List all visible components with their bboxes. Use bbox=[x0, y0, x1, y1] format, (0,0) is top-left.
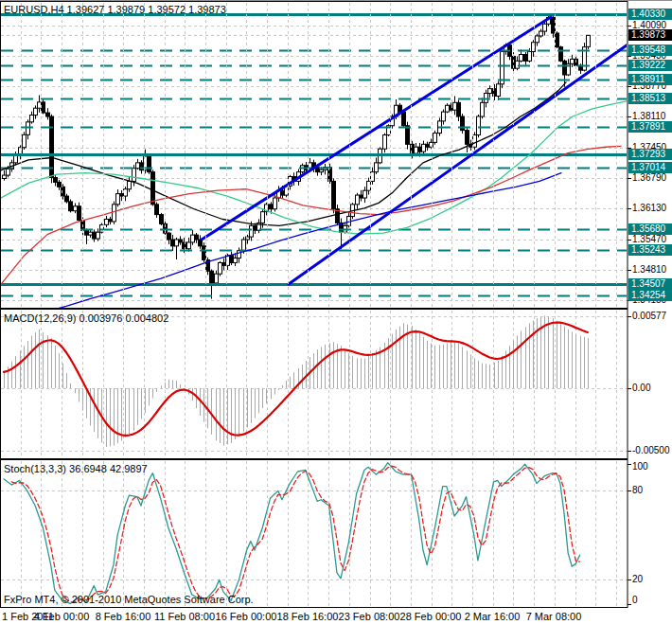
price-level-label: 1.35680 bbox=[628, 223, 672, 235]
time-axis-label: 4 Feb 00:00 bbox=[34, 611, 90, 622]
current-price-label: 1.39873 bbox=[628, 29, 672, 41]
price-level-label: 1.40330 bbox=[628, 9, 672, 20]
stoch-axis-label: 0 bbox=[632, 595, 638, 606]
stoch-axis-label: 100 bbox=[632, 461, 648, 472]
time-axis-label: 16 Feb 00:00 bbox=[216, 611, 277, 622]
time-axis-label: 28 Feb 00:00 bbox=[400, 611, 462, 622]
platform-watermark: FxPro MT4, © 2001-2010 MetaQuotes Softwa… bbox=[4, 594, 254, 605]
price-level-label: 1.37293 bbox=[628, 149, 672, 160]
chart-title: EURUSD,H4 1.39627 1.39879 1.39572 1.3987… bbox=[4, 4, 226, 15]
price-level-label: 1.34507 bbox=[628, 278, 672, 290]
stoch-indicator-label: Stoch(13,3,3) 36.6948 42.9897 bbox=[4, 463, 148, 474]
price-level-label: 1.34254 bbox=[628, 290, 672, 301]
macd-indicator-label: MACD(12,26,9) 0.003976 0.004802 bbox=[4, 312, 168, 324]
stoch-axis-label: 20 bbox=[632, 574, 643, 585]
time-axis-label: 2 Mar 16:00 bbox=[465, 611, 521, 622]
time-axis-label: 18 Feb 16:00 bbox=[277, 611, 339, 622]
price-axis-label: 1.34810 bbox=[632, 264, 666, 276]
macd-axis-label: -0.00500 bbox=[632, 445, 669, 456]
stoch-axis-label: 80 bbox=[632, 485, 643, 496]
macd-axis-label: 0.00 bbox=[632, 383, 650, 394]
time-axis-label: 8 Feb 16:00 bbox=[96, 611, 151, 622]
price-level-label: 1.37891 bbox=[628, 121, 672, 133]
price-level-label: 1.39548 bbox=[628, 45, 672, 56]
macd-axis-label: 0.00577 bbox=[632, 311, 666, 322]
price-level-label: 1.39222 bbox=[628, 60, 672, 71]
time-axis-label: 23 Feb 08:00 bbox=[339, 611, 400, 622]
time-axis-label: 7 Mar 08:00 bbox=[526, 611, 582, 622]
mt4-chart-window[interactable]: EURUSD,H4 1.39627 1.39879 1.39572 1.3987… bbox=[0, 0, 672, 624]
price-level-label: 1.37014 bbox=[628, 162, 672, 173]
price-axis-label: 1.36790 bbox=[632, 172, 666, 184]
price-level-label: 1.35243 bbox=[628, 244, 672, 256]
price-level-label: 1.38911 bbox=[628, 74, 672, 85]
price-axis-label: 1.36130 bbox=[632, 203, 666, 214]
price-level-label: 1.38513 bbox=[628, 93, 672, 104]
time-axis-label: 11 Feb 08:00 bbox=[154, 611, 215, 622]
